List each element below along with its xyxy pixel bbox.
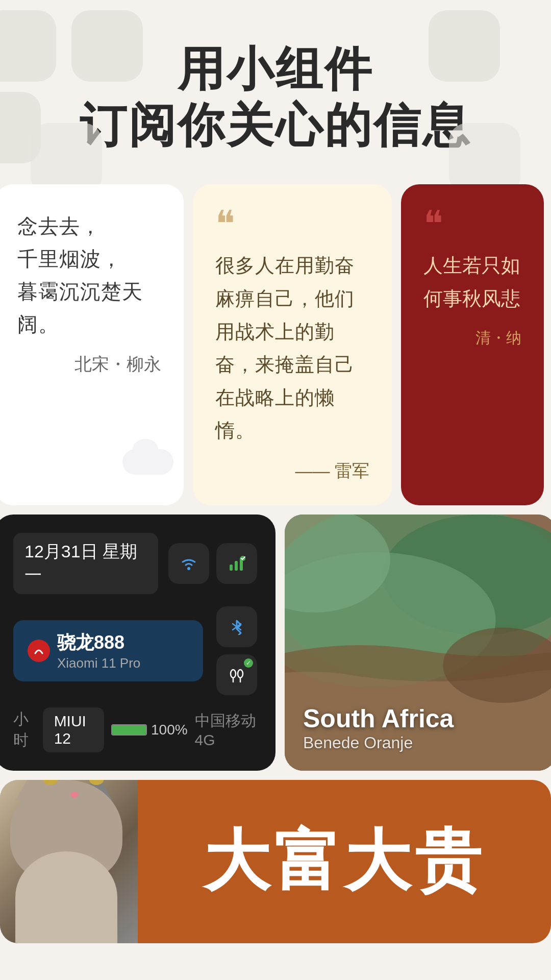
- fortune-widget: 大富大贵: [138, 780, 551, 943]
- snapdragon-info: 骁龙888 Xiaomi 11 Pro: [57, 630, 140, 671]
- fortune-text: 大富大贵: [204, 817, 485, 906]
- quote-card-white: 念去去，千里烟波，暮霭沉沉楚天阔。 北宋・柳永: [0, 184, 184, 505]
- quote-author-cream: —— 雷军: [215, 459, 369, 483]
- connected-check: ✓: [244, 658, 253, 668]
- svg-point-6: [231, 670, 236, 678]
- quote-mark-red: ❝: [423, 210, 521, 239]
- bottom-row: 大富大贵: [0, 780, 551, 943]
- battery-bar: [111, 724, 147, 736]
- quote-card-cream: ❝ 很多人在用勤奋麻痹自己，他们用战术上的勤奋，来掩盖自己在战略上的懒惰。 ——…: [193, 184, 392, 505]
- battery-fill: [112, 725, 146, 734]
- device-time-label: 小时: [13, 709, 36, 751]
- device-os: MIUI 12: [43, 707, 104, 752]
- title-line2: 订阅你关心的信息: [80, 99, 471, 151]
- snapdragon-logo: [28, 640, 50, 662]
- airpods-icon: ✓: [216, 654, 257, 695]
- signal-icon: [216, 543, 257, 584]
- device-mid-row: 骁龙888 Xiaomi 11 Pro ✓: [13, 606, 257, 695]
- quote-card-red: ❝ 人生若只如何事秋风悲 清・纳: [401, 184, 544, 505]
- cat-nose: [70, 792, 79, 798]
- page-title: 用小组件 订阅你关心的信息: [31, 41, 520, 154]
- map-country: South Africa: [303, 704, 454, 733]
- svg-rect-1: [230, 565, 233, 571]
- bluetooth-icon: [216, 606, 257, 647]
- device-bottom-row: 小时 MIUI 12 100% 中国移动 4G: [13, 707, 257, 752]
- snapdragon-badge: 骁龙888 Xiaomi 11 Pro: [13, 620, 203, 681]
- cat-body: [15, 851, 117, 943]
- quote-author-red: 清・纳: [423, 328, 521, 349]
- device-top-row: 12月31日 星期一: [13, 533, 257, 594]
- device-icons: [168, 543, 257, 584]
- cat-image: [0, 780, 138, 943]
- info-row: 12月31日 星期一: [0, 505, 551, 771]
- title-line1: 用小组件: [178, 43, 373, 95]
- device-carrier: 中国移动 4G: [195, 710, 257, 749]
- quote-author-white: 北宋・柳永: [17, 353, 161, 376]
- map-region: Benede Oranje: [303, 733, 454, 752]
- wifi-icon: [168, 543, 209, 584]
- cat-eye-left: [43, 780, 58, 785]
- svg-point-8: [238, 670, 243, 678]
- device-widget: 12月31日 星期一: [0, 514, 276, 771]
- map-info: South Africa Benede Oranje: [303, 704, 454, 752]
- battery-percent: 100%: [151, 722, 188, 738]
- device-battery: 100%: [111, 722, 188, 738]
- svg-point-0: [187, 567, 190, 570]
- quote-text-white: 念去去，千里烟波，暮霭沉沉楚天阔。: [17, 210, 161, 340]
- quote-text-red: 人生若只如何事秋风悲: [423, 249, 521, 315]
- device-date: 12月31日 星期一: [13, 533, 158, 594]
- quote-cards-row: 念去去，千里烟波，暮霭沉沉楚天阔。 北宋・柳永 ❝ 很多人在用勤奋麻痹自己，他们…: [0, 184, 551, 505]
- quote-text-cream: 很多人在用勤奋麻痹自己，他们用战术上的勤奋，来掩盖自己在战略上的懒惰。: [215, 249, 369, 447]
- header-section: 用小组件 订阅你关心的信息: [0, 0, 551, 184]
- map-widget: South Africa Benede Oranje: [285, 514, 551, 771]
- device-mid-icons: ✓: [216, 606, 257, 695]
- quote-mark-cream: ❝: [215, 210, 369, 239]
- cat-widget: [0, 780, 138, 943]
- svg-rect-2: [235, 561, 238, 571]
- cloud-decoration: [122, 449, 173, 475]
